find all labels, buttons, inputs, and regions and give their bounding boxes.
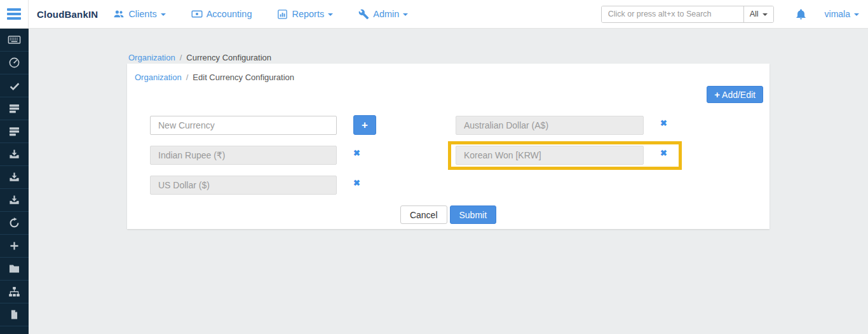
hamburger-icon: [7, 8, 21, 11]
notifications-bell-icon[interactable]: [795, 8, 807, 20]
username: vimala: [825, 9, 850, 19]
users-icon: [113, 8, 125, 20]
chevron-down-icon: [763, 13, 768, 16]
breadcrumb: Organization / Currency Configuration: [128, 53, 271, 62]
sidebar: [0, 29, 29, 334]
refresh-icon[interactable]: [0, 212, 29, 235]
top-navbar: CloudBankIN Clients: [0, 0, 868, 29]
currency-field-us-dollar: [150, 176, 337, 195]
add-currency-button[interactable]: +: [353, 115, 376, 135]
main-nav: Clients Accounting: [113, 8, 408, 20]
nav-label: Admin: [373, 9, 399, 19]
nav-reports[interactable]: Reports: [277, 9, 333, 20]
search-filter-label: All: [750, 10, 759, 18]
menu-toggle-button[interactable]: [7, 8, 21, 20]
card-breadcrumb-separator: /: [186, 73, 189, 82]
brand-logo[interactable]: CloudBankIN: [37, 9, 98, 20]
chevron-down-icon: [403, 13, 408, 16]
remove-korean-won-button[interactable]: ✖: [660, 149, 667, 157]
file-icon[interactable]: [0, 303, 29, 326]
currency-field-indian-rupee: [150, 146, 337, 165]
dashboard-icon[interactable]: [0, 52, 29, 74]
remove-australian-dollar-button[interactable]: ✖: [660, 119, 667, 127]
currency-configuration-card: Organization / Edit Currency Configurati…: [127, 64, 770, 229]
remove-us-dollar-button[interactable]: ✖: [353, 179, 360, 187]
form-actions: Cancel Submit: [127, 205, 770, 224]
plus-icon: +: [714, 89, 720, 100]
folder-icon[interactable]: [0, 258, 29, 281]
nav-left: [0, 0, 29, 29]
plus-icon[interactable]: [0, 235, 29, 258]
currency-field-korean-won: [456, 146, 644, 165]
new-currency-input[interactable]: [150, 116, 337, 135]
breadcrumb-link-organization[interactable]: Organization: [128, 53, 175, 62]
sitemap-icon[interactable]: [0, 281, 29, 303]
card-breadcrumb-link-organization[interactable]: Organization: [135, 73, 182, 82]
chevron-down-icon: [328, 13, 333, 16]
search-input[interactable]: [602, 6, 743, 22]
nav-label: Accounting: [207, 9, 252, 19]
list-icon[interactable]: [0, 120, 29, 143]
nav-label: Reports: [292, 9, 324, 19]
nav-accounting[interactable]: Accounting: [191, 8, 252, 20]
download-icon[interactable]: [0, 189, 29, 212]
chevron-down-icon: [161, 13, 166, 16]
keyboard-icon[interactable]: [0, 29, 29, 52]
wrench-icon: [358, 9, 369, 20]
money-bill-icon: [191, 8, 203, 20]
add-edit-button[interactable]: +Add/Edit: [707, 86, 763, 103]
nav-clients[interactable]: Clients: [113, 8, 165, 20]
nav-admin[interactable]: Admin: [358, 9, 408, 20]
search-filter-dropdown[interactable]: All: [743, 6, 773, 22]
chevron-down-icon: [854, 13, 859, 16]
content: Organization / Currency Configuration Or…: [29, 29, 868, 334]
download-icon[interactable]: [0, 166, 29, 189]
remove-indian-rupee-button[interactable]: ✖: [353, 149, 360, 157]
currency-field-australian-dollar: [456, 116, 644, 135]
user-menu[interactable]: vimala: [825, 9, 859, 19]
cancel-button[interactable]: Cancel: [400, 205, 447, 224]
nav-right: All vimala: [601, 6, 868, 23]
download-icon[interactable]: [0, 143, 29, 166]
card-breadcrumb: Organization / Edit Currency Configurati…: [135, 73, 294, 82]
breadcrumb-separator: /: [180, 53, 182, 62]
bar-chart-icon: [277, 9, 288, 20]
card-breadcrumb-current: Edit Currency Configuration: [193, 73, 294, 82]
submit-button[interactable]: Submit: [450, 205, 497, 224]
screen: CloudBankIN Clients: [0, 0, 868, 334]
check-icon[interactable]: [0, 74, 29, 97]
nav-label: Clients: [128, 9, 156, 19]
add-edit-label: Add/Edit: [722, 90, 756, 100]
breadcrumb-current: Currency Configuration: [186, 53, 271, 62]
list-icon[interactable]: [0, 97, 29, 120]
global-search: All: [601, 6, 774, 23]
